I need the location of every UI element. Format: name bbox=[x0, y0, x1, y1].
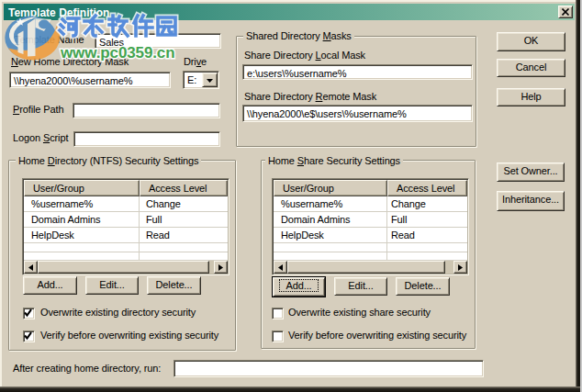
svg-text:www.pc0359.cn: www.pc0359.cn bbox=[60, 44, 174, 62]
